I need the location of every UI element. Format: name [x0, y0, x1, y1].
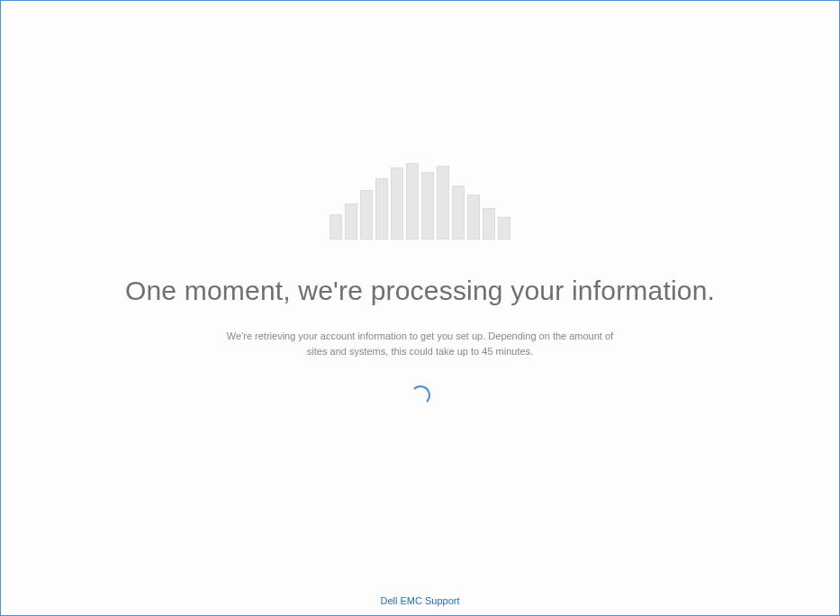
bar-segment	[437, 166, 449, 240]
bar-segment	[498, 217, 510, 240]
bar-segment	[467, 195, 480, 240]
bar-segment	[406, 163, 419, 240]
bar-segment	[360, 190, 373, 240]
processing-subtext: We're retrieving your account informatio…	[222, 329, 619, 358]
bar-segment	[421, 172, 434, 240]
loading-spinner-icon	[411, 385, 430, 405]
bar-segment	[330, 214, 342, 240]
bar-segment	[375, 178, 388, 240]
bar-segment	[452, 186, 465, 240]
bar-segment	[345, 204, 357, 240]
processing-window: One moment, we're processing your inform…	[0, 0, 840, 616]
support-link[interactable]: Dell EMC Support	[1, 595, 839, 606]
bar-segment	[391, 168, 403, 240]
content-area: One moment, we're processing your inform…	[1, 1, 839, 405]
spinner-container	[411, 385, 430, 405]
bar-segment	[483, 208, 495, 240]
cloud-bars-icon	[330, 163, 510, 240]
processing-heading: One moment, we're processing your inform…	[125, 276, 715, 306]
